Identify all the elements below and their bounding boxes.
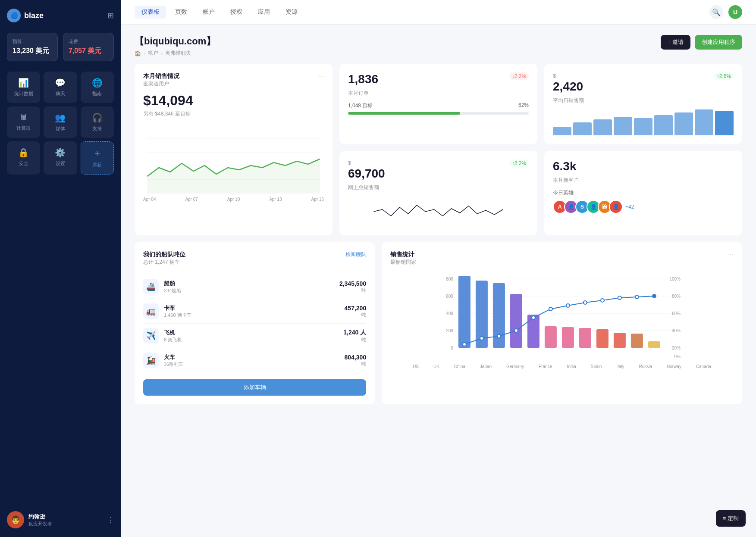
bar-chart-x-labels: US UK China Japan Germany France India S… bbox=[390, 364, 734, 369]
total-sales-label: 网上总销售额 bbox=[348, 184, 529, 191]
bottom-grid: 我们的船队吨位 总计 1,247 辆车 检阅舰队 🚢 船舶 234艘船 2,34… bbox=[135, 242, 742, 404]
x-country-norway: Norway bbox=[667, 364, 681, 369]
nav-item-support[interactable]: 🎧 支持 bbox=[81, 106, 114, 138]
x-label-2: Apr 07 bbox=[185, 197, 198, 202]
monthly-value: $14,094 bbox=[143, 93, 324, 109]
svg-rect-28 bbox=[579, 328, 591, 348]
svg-text:600: 600 bbox=[446, 294, 453, 299]
logo-icon: 🔵 bbox=[7, 9, 21, 22]
user-info: 约翰逊 反应开发者 bbox=[28, 513, 103, 527]
breadcrumb-home[interactable]: 🏠 bbox=[135, 50, 141, 56]
svg-point-41 bbox=[601, 299, 604, 302]
tab-resources[interactable]: 资源 bbox=[279, 6, 304, 19]
svg-rect-32 bbox=[648, 341, 660, 348]
support-icon: 🎧 bbox=[92, 112, 103, 123]
chat-label: 聊天 bbox=[56, 91, 65, 97]
train-sub: 36路列车 bbox=[164, 361, 339, 368]
security-icon: 🔒 bbox=[18, 147, 29, 158]
guide-icon: 🌐 bbox=[92, 78, 103, 88]
fleet-link[interactable]: 检阅舰队 bbox=[345, 251, 366, 258]
svg-point-39 bbox=[566, 304, 570, 307]
top-nav: 仪表板 页数 帐户 授权 应用 资源 🔍 U bbox=[121, 0, 756, 25]
wave-chart-svg bbox=[348, 197, 529, 227]
avg-daily-card: $ 2,420 ↑2.6% 平均日销售额 bbox=[544, 64, 742, 144]
nav-item-guide[interactable]: 🌐 指南 bbox=[81, 72, 114, 103]
tab-apps[interactable]: 应用 bbox=[251, 6, 277, 19]
invite-button[interactable]: + 邀请 bbox=[661, 35, 690, 50]
x-label-3: Apr 10 bbox=[227, 197, 240, 202]
x-country-india: India bbox=[567, 364, 576, 369]
heroes-label: 今日英雄 bbox=[553, 189, 734, 197]
svg-rect-26 bbox=[545, 326, 557, 348]
x-country-uk: UK bbox=[433, 364, 439, 369]
svg-point-37 bbox=[532, 316, 535, 319]
svg-text:100%: 100% bbox=[670, 277, 681, 281]
truck-value: 457,200 bbox=[345, 305, 367, 312]
nav-item-add[interactable]: + 添新 bbox=[81, 141, 114, 175]
nav-user-avatar[interactable]: U bbox=[728, 5, 742, 19]
budget-label: 预算 bbox=[13, 38, 52, 45]
fleet-subtitle: 总计 1,247 辆车 bbox=[143, 259, 185, 266]
tab-account[interactable]: 帐户 bbox=[196, 6, 222, 19]
svg-text:400: 400 bbox=[446, 311, 453, 316]
ship-unit: 吨 bbox=[339, 287, 366, 293]
user-menu-icon[interactable]: ⋮ bbox=[107, 516, 114, 524]
nav-item-chat[interactable]: 💬 聊天 bbox=[44, 72, 77, 103]
sidebar-settings-icon[interactable]: ⊞ bbox=[107, 11, 114, 20]
media-icon: 👥 bbox=[55, 112, 66, 123]
x-country-germany: Germany bbox=[506, 364, 524, 369]
ship-icon: 🚢 bbox=[143, 279, 159, 294]
orders-value: 1,836 bbox=[348, 72, 378, 86]
main: 仪表板 页数 帐户 授权 应用 资源 🔍 U 【biqubiqu.com】 🏠 … bbox=[121, 0, 756, 537]
header-actions: + 邀请 创建应用程序 bbox=[661, 35, 742, 50]
search-icon[interactable]: 🔍 bbox=[709, 5, 723, 19]
nav-item-security[interactable]: 🔒 安全 bbox=[7, 141, 40, 175]
nav-item-stats[interactable]: 📊 统计数据 bbox=[7, 72, 40, 103]
breadcrumb: 🏠 › 帐户 › 奥弗维耶夫 bbox=[135, 50, 216, 57]
tab-auth[interactable]: 授权 bbox=[223, 6, 249, 19]
heroes-section: 今日英雄 A 👤 S 👤 碗 👤 +42 bbox=[553, 189, 734, 214]
new-customers-label: 本月新客户 bbox=[553, 177, 734, 184]
svg-rect-31 bbox=[631, 334, 643, 348]
add-icon: + bbox=[94, 148, 100, 159]
total-sales-change: ↑2.2% bbox=[509, 159, 529, 167]
logo-text: blaze bbox=[24, 11, 44, 20]
sidebar-header: 🔵 blaze ⊞ bbox=[7, 9, 114, 22]
avg-value: 2,420 bbox=[553, 80, 583, 94]
nav-item-settings[interactable]: ⚙️ 设置 bbox=[44, 141, 77, 175]
create-app-button[interactable]: 创建应用程序 bbox=[695, 35, 742, 50]
svg-point-36 bbox=[514, 329, 518, 332]
orders-top: 1,836 ↓2.2% bbox=[348, 72, 529, 86]
fleet-item-ship: 🚢 船舶 234艘船 2,345,500 吨 bbox=[143, 275, 366, 299]
avg-prefix: $ bbox=[553, 72, 583, 79]
customize-button[interactable]: ≡ 定制 bbox=[716, 510, 746, 527]
svg-point-35 bbox=[497, 334, 501, 338]
page-header: 【biqubiqu.com】 🏠 › 帐户 › 奥弗维耶夫 + 邀请 创建应用程… bbox=[135, 35, 742, 57]
monthly-sales-card: 本月销售情况 全渠道用户 ··· $14,094 另有 $48,346 至目标 bbox=[135, 64, 333, 235]
settings-icon: ⚙️ bbox=[55, 147, 66, 158]
mini-bar-6 bbox=[674, 112, 693, 135]
svg-rect-24 bbox=[510, 294, 522, 348]
orders-change: ↓2.2% bbox=[509, 72, 529, 80]
add-vehicle-button[interactable]: 添加车辆 bbox=[143, 379, 366, 396]
breadcrumb-account[interactable]: 帐户 bbox=[148, 50, 158, 57]
monthly-title: 本月销售情况 bbox=[143, 72, 179, 80]
x-label-4: Apr 13 bbox=[269, 197, 282, 202]
avg-label: 平均日销售额 bbox=[553, 97, 734, 104]
svg-point-43 bbox=[635, 295, 639, 299]
user-role: 反应开发者 bbox=[28, 521, 103, 527]
mini-bar-5 bbox=[654, 115, 673, 135]
nav-item-calculator[interactable]: 🖩 计算器 bbox=[7, 106, 40, 138]
support-label: 支持 bbox=[92, 125, 102, 132]
progress-label: 1,048 目标 bbox=[348, 102, 373, 109]
x-country-us: US bbox=[413, 364, 419, 369]
monthly-more-icon[interactable]: ··· bbox=[318, 72, 324, 80]
budget-value: 13,230 美元 bbox=[13, 47, 52, 56]
settings-label: 设置 bbox=[56, 160, 65, 167]
tab-pages[interactable]: 页数 bbox=[168, 6, 194, 19]
nav-item-media[interactable]: 👥 媒体 bbox=[44, 106, 77, 138]
sales-stats-more-icon[interactable]: ··· bbox=[728, 251, 734, 273]
fleet-item-plane: ✈️ 飞机 8 架飞机 1,240 人 吨 bbox=[143, 324, 366, 348]
mini-bar-4 bbox=[634, 118, 652, 135]
tab-dashboard[interactable]: 仪表板 bbox=[135, 6, 166, 19]
